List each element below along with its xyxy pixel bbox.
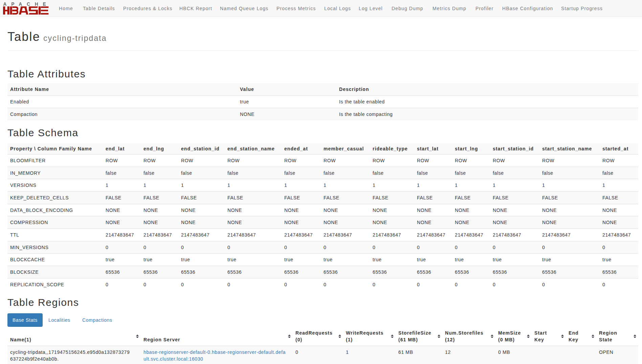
svg-text:APACHE: APACHE <box>3 2 49 7</box>
